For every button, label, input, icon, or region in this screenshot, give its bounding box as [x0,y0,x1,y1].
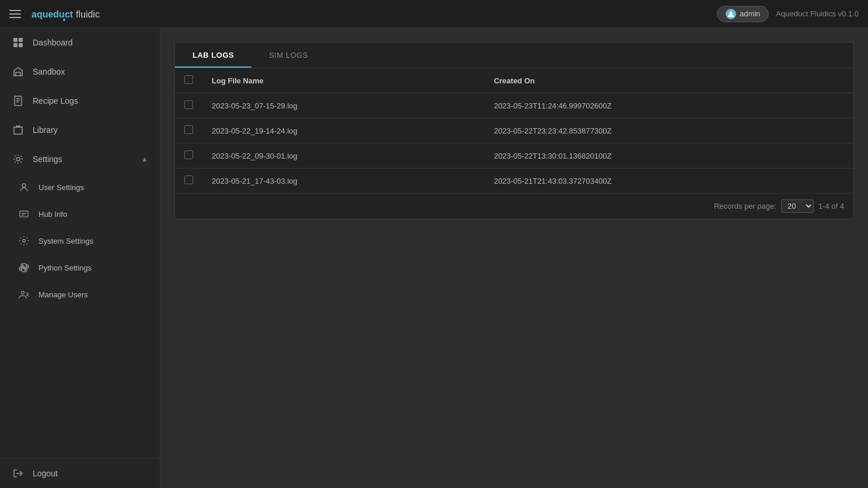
dashboard-icon [12,36,24,49]
row-checkbox-cell [175,143,202,168]
row-checkbox-cell [175,93,202,118]
svg-text:aqueduct: aqueduct [32,9,74,19]
svg-rect-1 [9,13,21,15]
table-row: 2023-05-22_19-14-24.log2023-05-22T23:23:… [175,118,853,143]
python-settings-icon [18,261,30,274]
sidebar-item-dashboard-label: Dashboard [33,38,73,47]
sidebar-item-settings[interactable]: Settings ▲ [0,145,160,174]
sidebar-item-user-settings-label: User Settings [38,183,84,192]
row-filename: 2023-05-22_19-14-24.log [202,118,485,143]
admin-label: admin [740,9,760,18]
svg-point-21 [22,265,23,266]
logout-icon [12,467,24,480]
row-created-on: 2023-05-21T21:43:03.372703400Z [485,168,853,194]
tabs-container: LAB LOGS SIM LOGS Log File Name [174,42,854,219]
logo: aqueduct fluidics [30,6,100,22]
table-header-checkbox [175,68,202,93]
row-filename: 2023-05-23_07-15-29.log [202,93,485,118]
sidebar-item-recipe-logs[interactable]: Recipe Logs [0,86,160,115]
sidebar-item-python-settings[interactable]: Python Settings [0,254,160,281]
admin-avatar-icon [726,9,736,19]
admin-button[interactable]: admin [717,6,769,22]
svg-point-23 [22,292,24,294]
row-created-on: 2023-05-22T13:30:01.136820100Z [485,143,853,168]
settings-icon [12,153,24,166]
pagination-range: 1-4 of 4 [818,202,844,210]
sidebar-item-python-settings-label: Python Settings [38,264,92,272]
sidebar-bottom: Logout [0,458,160,488]
log-table: Log File Name Created On 2023-05-23_07-1… [175,68,853,193]
row-created-on: 2023-05-22T23:23:42.853877300Z [485,118,853,143]
svg-rect-0 [9,10,21,11]
records-per-page-label: Records per page: [714,202,776,210]
sidebar-item-recipe-logs-label: Recipe Logs [33,96,78,106]
svg-rect-17 [20,211,28,217]
svg-point-5 [63,19,65,21]
svg-rect-11 [15,96,22,106]
svg-rect-2 [9,17,21,18]
sidebar-item-manage-users[interactable]: Manage Users [0,281,160,308]
tab-sim-logs[interactable]: SIM LOGS [251,43,326,68]
tabs-header: LAB LOGS SIM LOGS [175,43,853,68]
user-settings-icon [18,181,30,194]
sandbox-icon [12,65,24,78]
topbar-right: admin Aqueduct Fluidics v0.1.0 [717,6,859,22]
sidebar-item-hub-info-label: Hub Info [38,210,67,219]
row-created-on: 2023-05-23T11:24:46.999702600Z [485,93,853,118]
svg-point-15 [16,157,20,161]
sidebar-item-settings-label: Settings [33,155,62,164]
sidebar-item-sandbox-label: Sandbox [33,67,65,76]
row-checkbox-cell [175,118,202,143]
table-row: 2023-05-23_07-15-29.log2023-05-23T11:24:… [175,93,853,118]
content-area: LAB LOGS SIM LOGS Log File Name [160,28,868,488]
table-row: 2023-05-22_09-30-01.log2023-05-22T13:30:… [175,143,853,168]
menu-icon[interactable] [9,8,21,20]
row-filename: 2023-05-22_09-30-01.log [202,143,485,168]
sidebar-item-dashboard[interactable]: Dashboard [0,28,160,57]
svg-point-6 [729,11,732,14]
topbar: aqueduct fluidics admin Aqueduct Fluidic… [0,0,868,28]
row-checkbox-cell [175,168,202,194]
recipe-logs-icon [12,94,24,107]
settings-chevron-icon: ▲ [141,155,148,163]
table-header-created-on: Created On [485,68,853,93]
row-0-checkbox[interactable] [184,100,193,109]
svg-rect-8 [19,38,23,42]
sidebar: Dashboard Sandbox Recipe Logs [0,28,160,488]
sidebar-item-system-settings[interactable]: System Settings [0,227,160,254]
svg-point-22 [24,269,26,271]
manage-users-icon [18,288,30,301]
sidebar-item-library[interactable]: Library [0,115,160,145]
row-1-checkbox[interactable] [184,125,193,134]
sidebar-item-hub-info[interactable]: Hub Info [0,201,160,227]
svg-rect-9 [13,43,18,47]
version-label: Aqueduct Fluidics v0.1.0 [776,9,859,18]
tab-lab-logs[interactable]: LAB LOGS [175,43,251,68]
row-2-checkbox[interactable] [184,150,193,159]
library-icon [12,124,24,136]
select-all-checkbox[interactable] [184,75,193,84]
row-filename: 2023-05-21_17-43-03.log [202,168,485,194]
svg-point-16 [22,184,26,187]
sidebar-item-manage-users-label: Manage Users [38,290,88,299]
svg-rect-7 [13,38,18,42]
sidebar-item-system-settings-label: System Settings [38,237,93,245]
logout-label: Logout [33,469,58,478]
svg-text:fluidics: fluidics [76,9,100,19]
hub-info-icon [18,208,30,220]
system-settings-icon [18,234,30,247]
sidebar-item-library-label: Library [33,125,58,135]
row-3-checkbox[interactable] [184,175,193,184]
sidebar-item-user-settings[interactable]: User Settings [0,174,160,201]
sidebar-item-sandbox[interactable]: Sandbox [0,57,160,86]
svg-point-20 [23,240,26,243]
settings-submenu: User Settings Hub Info [0,174,160,308]
svg-rect-10 [19,43,23,47]
table-header-filename: Log File Name [202,68,485,93]
sidebar-item-logout[interactable]: Logout [0,459,160,488]
pagination-bar: Records per page: 20 50 100 1-4 of 4 [175,193,853,219]
table-row: 2023-05-21_17-43-03.log2023-05-21T21:43:… [175,168,853,194]
main-layout: Dashboard Sandbox Recipe Logs [0,28,868,488]
per-page-select[interactable]: 20 50 100 [781,199,814,213]
